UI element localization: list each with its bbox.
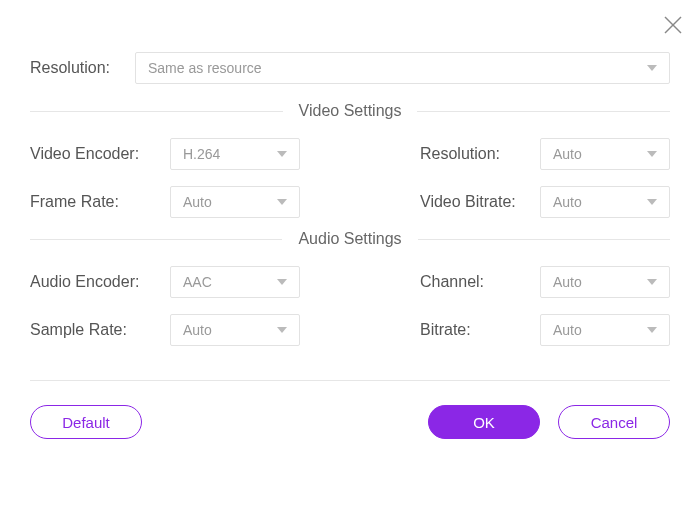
audio-encoder-label: Audio Encoder: [30,273,170,291]
video-encoder-value: H.264 [183,146,220,162]
video-resolution-select[interactable]: Auto [540,138,670,170]
channel-label: Channel: [420,273,540,291]
close-icon[interactable] [662,14,684,40]
top-resolution-value: Same as resource [148,60,262,76]
divider [30,239,282,240]
framerate-select[interactable]: Auto [170,186,300,218]
audio-encoder-value: AAC [183,274,212,290]
audio-encoder-select[interactable]: AAC [170,266,300,298]
chevron-down-icon [277,279,287,285]
framerate-label: Frame Rate: [30,193,170,211]
chevron-down-icon [647,279,657,285]
channel-value: Auto [553,274,582,290]
chevron-down-icon [647,151,657,157]
default-button[interactable]: Default [30,405,142,439]
audio-bitrate-select[interactable]: Auto [540,314,670,346]
channel-select[interactable]: Auto [540,266,670,298]
samplerate-select[interactable]: Auto [170,314,300,346]
audio-bitrate-label: Bitrate: [420,321,540,339]
video-bitrate-select[interactable]: Auto [540,186,670,218]
video-encoder-label: Video Encoder: [30,145,170,163]
chevron-down-icon [277,327,287,333]
chevron-down-icon [647,327,657,333]
audio-section-title: Audio Settings [282,230,417,248]
chevron-down-icon [647,65,657,71]
ok-button[interactable]: OK [428,405,540,439]
divider [418,239,670,240]
divider [417,111,670,112]
top-resolution-label: Resolution: [30,59,135,77]
audio-bitrate-value: Auto [553,322,582,338]
samplerate-value: Auto [183,322,212,338]
divider [30,111,283,112]
video-bitrate-label: Video Bitrate: [420,193,540,211]
chevron-down-icon [277,199,287,205]
divider [30,380,670,381]
chevron-down-icon [277,151,287,157]
video-resolution-label: Resolution: [420,145,540,163]
chevron-down-icon [647,199,657,205]
video-section-title: Video Settings [283,102,418,120]
cancel-button[interactable]: Cancel [558,405,670,439]
video-bitrate-value: Auto [553,194,582,210]
top-resolution-select[interactable]: Same as resource [135,52,670,84]
framerate-value: Auto [183,194,212,210]
video-encoder-select[interactable]: H.264 [170,138,300,170]
samplerate-label: Sample Rate: [30,321,170,339]
video-resolution-value: Auto [553,146,582,162]
